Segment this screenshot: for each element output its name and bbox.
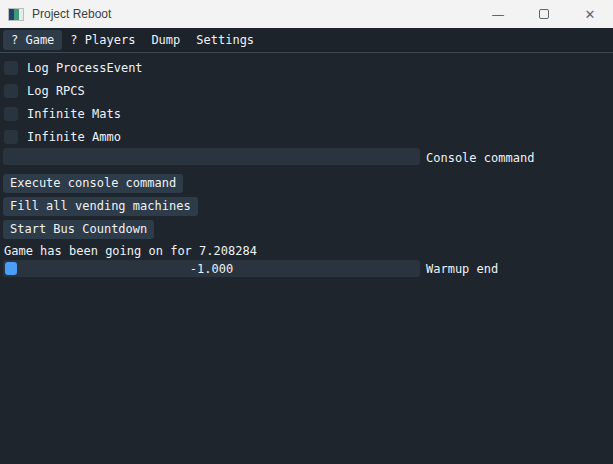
checkbox-row-log-rpcs[interactable]: Log RPCS xyxy=(4,84,85,98)
execute-console-command-button[interactable]: Execute console command xyxy=(3,174,183,193)
checkbox-infinite-mats[interactable] xyxy=(4,107,18,121)
start-bus-countdown-button[interactable]: Start Bus Countdown xyxy=(3,220,154,239)
minimize-icon: — xyxy=(492,7,505,22)
checkbox-infinite-ammo[interactable] xyxy=(4,130,18,144)
checkbox-row-infinite-ammo[interactable]: Infinite Ammo xyxy=(4,130,121,144)
close-button[interactable]: ✕ xyxy=(567,0,613,28)
checkbox-row-log-processevent[interactable]: Log ProcessEvent xyxy=(4,61,143,75)
close-icon: ✕ xyxy=(585,7,596,22)
slider-value: -1.000 xyxy=(3,260,420,277)
minimize-button[interactable]: — xyxy=(475,0,521,28)
checkbox-log-rpcs[interactable] xyxy=(4,84,18,98)
titlebar: Project Reboot — ✕ xyxy=(0,0,613,28)
app-window: Project Reboot — ✕ ? Game ? Players Dump… xyxy=(0,0,613,464)
game-time-status: Game has been going on for 7.208284 xyxy=(4,244,257,258)
checkbox-label: Infinite Mats xyxy=(27,107,121,121)
window-title: Project Reboot xyxy=(32,7,475,21)
maximize-icon xyxy=(539,9,549,19)
checkbox-label: Log ProcessEvent xyxy=(27,61,143,75)
fill-vending-machines-button[interactable]: Fill all vending machines xyxy=(3,197,198,216)
menu-bar: ? Game ? Players Dump Settings xyxy=(0,28,613,53)
menu-item-game[interactable]: ? Game xyxy=(3,30,62,50)
maximize-button[interactable] xyxy=(521,0,567,28)
menu-item-dump[interactable]: Dump xyxy=(143,30,188,50)
console-command-input[interactable] xyxy=(3,148,420,165)
menu-item-settings[interactable]: Settings xyxy=(188,30,262,50)
warmup-end-label: Warmup end xyxy=(426,262,498,276)
app-icon xyxy=(8,8,24,21)
console-command-label: Console command xyxy=(426,151,534,165)
checkbox-label: Infinite Ammo xyxy=(27,130,121,144)
warmup-end-slider[interactable]: -1.000 xyxy=(3,260,420,277)
checkbox-label: Log RPCS xyxy=(27,84,85,98)
checkbox-log-processevent[interactable] xyxy=(4,61,18,75)
window-controls: — ✕ xyxy=(475,0,613,28)
checkbox-row-infinite-mats[interactable]: Infinite Mats xyxy=(4,107,121,121)
menu-item-players[interactable]: ? Players xyxy=(62,30,143,50)
